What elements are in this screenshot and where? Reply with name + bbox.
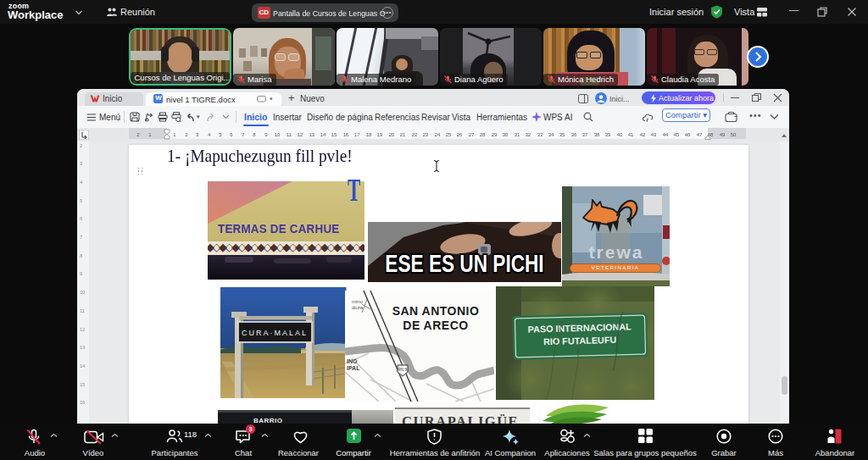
svg-text:doza: doza (352, 305, 364, 310)
svg-text:RN 8: RN 8 (398, 368, 408, 372)
svg-text:CURA·MALAL: CURA·MALAL (242, 329, 308, 337)
svg-text:mino: mino (352, 299, 364, 304)
svg-text:IPAL: IPAL (347, 365, 360, 371)
svg-text:RIO FUTALEUFU: RIO FUTALEUFU (543, 334, 617, 346)
svg-text:INO: INO (347, 358, 358, 364)
